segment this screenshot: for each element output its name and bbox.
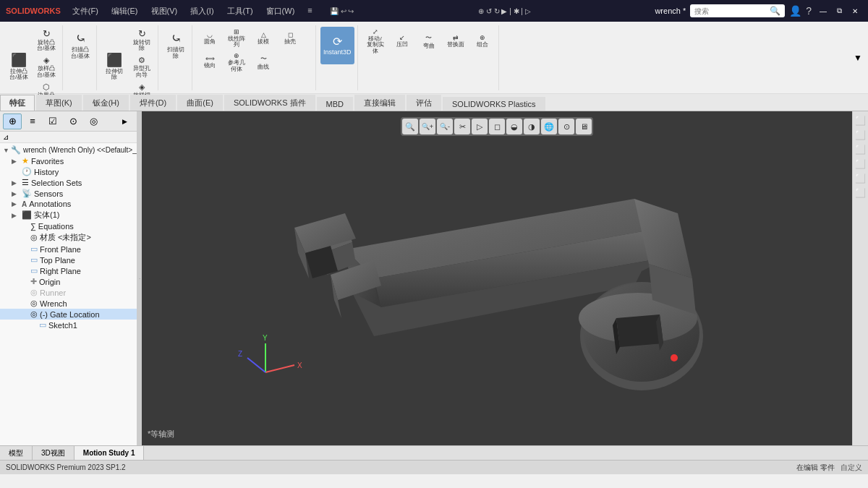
customize-label[interactable]: 自定义	[841, 463, 862, 473]
tree-item-favorites[interactable]: ▶ ★ Favorites	[0, 155, 137, 166]
toolbar-group-cut: ⬛ 拉伸切除 ↻ 旋转切除 ⚙ 异型孔向导 ◈ 放样切除	[98, 25, 158, 90]
tree-item-sensors[interactable]: ▶ 📡 Sensors	[0, 188, 137, 199]
menu-window[interactable]: 窗口(W)	[260, 4, 301, 18]
combine-button[interactable]: ⊕组合	[469, 33, 495, 50]
extrude-cut-button[interactable]: ⬛ 拉伸切除	[101, 48, 127, 85]
linear-pattern-button[interactable]: ⊞线性阵列	[224, 27, 250, 51]
tree-item-material[interactable]: ▶ ◎ 材质 <未指定>	[0, 231, 137, 244]
shell-button[interactable]: ◻抽壳	[277, 30, 303, 47]
reference-geom-button[interactable]: ⊕参考几何体	[224, 51, 250, 74]
rp-button-1[interactable]: ⬜	[854, 114, 867, 127]
tree-history-label: History	[34, 168, 59, 176]
move-copy-button[interactable]: ⤢移动/复制实体	[362, 27, 388, 56]
status-bar: SOLIDWORKS Premium 2023 SP1.2 在编辑 零件 自定义	[0, 460, 868, 474]
draft-button[interactable]: △拔模	[250, 30, 276, 47]
rp-button-3[interactable]: ⬜	[854, 143, 867, 156]
menu-file[interactable]: 文件(F)	[67, 4, 104, 18]
rp-button-2[interactable]: ⬜	[854, 129, 867, 142]
instant3d-button[interactable]: ⟳ Instant3D	[320, 27, 354, 64]
tab-surfaces[interactable]: 曲面(E)	[177, 95, 223, 111]
toolbar-group-scan-cut: ⤿ 扫描切除	[160, 25, 192, 90]
restore-button[interactable]: ⧉	[832, 4, 846, 18]
mirror-button[interactable]: ⟺镜向	[197, 53, 223, 71]
menu-edit[interactable]: 编辑(E)	[106, 4, 144, 18]
feature-tree-icon[interactable]: ⊕	[3, 114, 22, 129]
tree-item-top-plane[interactable]: ▶ ▭ Top Plane	[0, 254, 137, 265]
menu-insert[interactable]: 插入(I)	[184, 4, 219, 18]
tree-item-root[interactable]: ▼ 🔧 wrench (Wrench Only) <<Default>_D	[0, 145, 137, 155]
extrude-boss-button[interactable]: ⬛ 拉伸凸台/基体	[6, 48, 32, 85]
menu-tools[interactable]: 工具(T)	[221, 4, 259, 18]
flex-button[interactable]: 〜弯曲	[416, 32, 442, 51]
tab-3dview[interactable]: 3D视图	[33, 446, 75, 460]
property-manager-icon[interactable]: ≡	[23, 114, 42, 129]
tab-motion-study[interactable]: Motion Study 1	[75, 446, 145, 460]
title-bar: SOLIDWORKS 文件(F) 编辑(E) 视图(V) 插入(I) 工具(T)…	[0, 0, 868, 22]
toolbar-expand-button[interactable]: ▼	[851, 50, 865, 66]
dim-xpert-icon[interactable]: ⊙	[64, 114, 82, 129]
tree-item-solid[interactable]: ▶ ⬛ 实体(1)	[0, 209, 137, 221]
tree-item-selection-sets[interactable]: ▶ ☰ Selection Sets	[0, 177, 137, 188]
menu-extra[interactable]: ≡	[302, 4, 318, 18]
search-input[interactable]	[694, 7, 767, 15]
tab-model[interactable]: 模型	[0, 446, 33, 460]
tree-gate-location-label: (-) Gate Location	[40, 310, 100, 319]
indent-button[interactable]: ↙压凹	[389, 33, 415, 50]
rp-button-5[interactable]: ⬜	[854, 172, 867, 185]
tree-item-origin[interactable]: ▶ ✚ Origin	[0, 276, 137, 287]
tree-item-front-plane[interactable]: ▶ ▭ Front Plane	[0, 244, 137, 254]
scan-boss-button[interactable]: ⤿ 扫描凸台/基体	[67, 27, 93, 64]
tab-features[interactable]: 特征	[0, 95, 35, 111]
hole-wizard-button[interactable]: ⚙ 异型孔向导	[129, 54, 155, 80]
solidworks-logo: SOLIDWORKS	[6, 7, 61, 15]
tab-plastics[interactable]: SOLIDWORKS Plastics	[443, 97, 545, 111]
bottom-tabs: 模型 3D视图 Motion Study 1	[0, 445, 868, 460]
tab-mbd[interactable]: MBD	[317, 97, 353, 111]
help-icon[interactable]: ?	[806, 5, 812, 17]
tree-item-right-plane[interactable]: ▶ ▭ Right Plane	[0, 265, 137, 276]
tab-solidworks-addins[interactable]: SOLIDWORKS 插件	[224, 95, 315, 111]
filter-icon: ⊿	[3, 133, 9, 141]
tab-sheet-metal[interactable]: 钣金(H)	[83, 95, 129, 111]
revolve-cut-button[interactable]: ↻ 旋转切除	[129, 27, 155, 54]
search-bar[interactable]: 🔍	[690, 4, 785, 17]
title-text: wrench *	[655, 7, 686, 15]
tab-direct-edit[interactable]: 直接编辑	[354, 95, 405, 111]
menu-view[interactable]: 视图(V)	[145, 4, 184, 18]
sw-version-label: SOLIDWORKS Premium 2023 SP1.2	[6, 463, 126, 471]
tab-evaluate[interactable]: 评估	[407, 95, 441, 111]
tree-item-equations[interactable]: ▶ ∑ Equations	[0, 221, 137, 231]
titlebar-menus: 文件(F) 编辑(E) 视图(V) 插入(I) 工具(T) 窗口(W) ≡	[67, 4, 318, 18]
close-button[interactable]: ✕	[848, 4, 862, 18]
fillet-button[interactable]: ◡圆角	[197, 30, 223, 47]
feature-tree[interactable]: ▼ 🔧 wrench (Wrench Only) <<Default>_D ▶ …	[0, 143, 137, 445]
revolve-boss-button[interactable]: ↻ 旋转凸台/基体	[33, 27, 59, 54]
tab-sketch[interactable]: 草图(K)	[36, 95, 82, 111]
tree-item-annotations[interactable]: ▶ A Annotations	[0, 199, 137, 209]
replace-face-button[interactable]: ⇄替换面	[443, 33, 469, 50]
viewport[interactable]: 🔍 🔍+ 🔍- ✂ ▷ ◻ ◒ ◑ 🌐 ⊙ 🖥	[142, 111, 852, 445]
svg-marker-14	[616, 314, 663, 347]
tree-annotations-label: Annotations	[29, 200, 71, 208]
statusbar-right: 在编辑 零件 自定义	[796, 463, 862, 473]
curves-button[interactable]: 〜曲线	[250, 53, 276, 72]
config-manager-icon[interactable]: ☑	[43, 114, 62, 129]
tree-item-history[interactable]: ▶ 🕐 History	[0, 166, 137, 177]
panel-collapse-button[interactable]: ▶	[115, 114, 134, 129]
tree-item-runner[interactable]: ▶ ◎ Runner	[0, 287, 137, 298]
display-manager-icon[interactable]: ◎	[84, 114, 103, 129]
panel-icon-bar: ⊕ ≡ ☑ ⊙ ◎ ▶	[0, 111, 137, 132]
tree-item-gate-location[interactable]: ▶ ◎ (-) Gate Location	[0, 309, 137, 320]
tab-weldments[interactable]: 焊件(D)	[130, 95, 176, 111]
rp-button-4[interactable]: ⬜	[854, 158, 867, 171]
loft-boss-button[interactable]: ◈ 放样凸台/基体	[33, 54, 59, 80]
svg-text:Z: Z	[238, 350, 242, 358]
scan-cut-button[interactable]: ⤿ 扫描切除	[163, 27, 189, 64]
rp-button-6[interactable]: ⬜	[854, 187, 867, 200]
tree-wrench-label: Wrench	[40, 299, 67, 308]
tree-item-wrench[interactable]: ▶ ◎ Wrench	[0, 298, 137, 309]
account-icon[interactable]: 👤	[789, 5, 801, 17]
tree-item-sketch1[interactable]: ▶ ▭ Sketch1	[0, 320, 137, 330]
tree-front-plane-label: Front Plane	[40, 245, 81, 254]
minimize-button[interactable]: —	[816, 4, 830, 18]
